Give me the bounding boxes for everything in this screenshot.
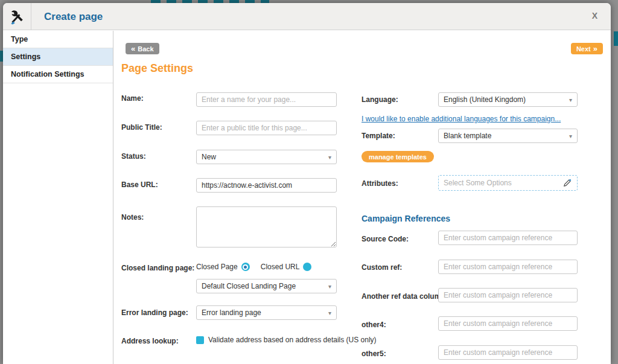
chevron-down-icon: ▾ (569, 97, 572, 103)
chevron-down-icon: ▾ (569, 133, 572, 139)
source-code-label: Source Code: (362, 235, 409, 243)
address-lookup-checkbox-label: Validate address based on address detail… (208, 336, 377, 344)
base-url-label: Base URL: (121, 180, 158, 189)
status-label: Status: (121, 152, 146, 161)
campaign-references-heading: Campaign References (362, 214, 450, 223)
address-lookup-checkbox[interactable] (196, 336, 204, 344)
other4-label: other4: (362, 321, 386, 329)
chevron-down-icon: ▾ (328, 310, 331, 316)
custom-ref-input[interactable] (438, 260, 578, 274)
sidebar-item-settings[interactable]: Settings (3, 48, 113, 66)
source-code-input[interactable] (438, 231, 578, 245)
chevrons-right-icon: » (593, 45, 597, 53)
language-select-value: English (United Kingdom) (444, 95, 526, 104)
template-label: Template: (362, 132, 395, 140)
other4-input[interactable] (438, 316, 578, 331)
sidebar: Type Settings Notification Settings (3, 31, 113, 364)
closed-landing-page-label: Closed landing page: (121, 264, 194, 272)
template-select-value: Blank template (444, 132, 491, 140)
name-input[interactable] (196, 92, 337, 107)
closed-page-option-label: Closed Page (196, 263, 238, 271)
name-label: Name: (121, 94, 144, 103)
closed-url-option-label: Closed URL (261, 263, 300, 271)
status-select-value: New (202, 153, 216, 161)
back-button[interactable]: « Back (126, 43, 159, 54)
error-landing-page-select[interactable]: Error landing page ▾ (196, 305, 337, 320)
create-page-dialog: Create page X Type Settings Notification… (3, 3, 611, 364)
other5-input[interactable] (438, 345, 578, 360)
custom-ref-label: Custom ref: (362, 263, 402, 272)
error-landing-page-select-value: Error landing page (202, 308, 261, 317)
pencil-icon[interactable] (562, 178, 572, 190)
sidebar-item-notification-settings[interactable]: Notification Settings (3, 66, 113, 83)
additional-languages-link[interactable]: I would like to enable additional langua… (362, 115, 561, 123)
dialog-header: Create page X (3, 3, 611, 30)
another-ref-data-column-input[interactable] (438, 288, 578, 302)
next-button[interactable]: Next » (571, 43, 603, 54)
attributes-multiselect[interactable]: Select Some Options (438, 175, 578, 191)
manage-templates-button[interactable]: manage templates (362, 151, 434, 162)
error-landing-page-label: Error landing page: (121, 308, 188, 317)
attributes-label: Attributes: (362, 179, 398, 188)
tools-icon (3, 3, 31, 30)
public-title-input[interactable] (196, 121, 337, 135)
address-lookup-label: Address lookup: (121, 337, 179, 345)
notes-label: Notes: (121, 213, 144, 222)
address-lookup-row: Validate address based on address detail… (196, 336, 377, 344)
base-url-input[interactable] (196, 178, 337, 193)
next-button-label: Next (576, 45, 591, 53)
another-ref-data-column-label: Another ref data column: (362, 292, 448, 301)
template-select[interactable]: Blank template ▾ (438, 129, 578, 143)
language-select[interactable]: English (United Kingdom) ▾ (438, 92, 578, 107)
closed-page-radio[interactable] (241, 263, 250, 271)
sidebar-item-type[interactable]: Type (3, 31, 113, 48)
other5-label: other5: (362, 350, 386, 358)
back-button-label: Back (138, 45, 153, 53)
public-title-label: Public Title: (121, 123, 162, 132)
dialog-title: Create page (44, 11, 103, 23)
background-page-fragment-right (614, 31, 618, 46)
status-select[interactable]: New ▾ (196, 150, 337, 164)
page-title: Page Settings (121, 62, 193, 75)
close-icon[interactable]: X (592, 11, 597, 21)
closed-url-radio[interactable] (303, 263, 311, 271)
closed-landing-page-select[interactable]: Default Closed Landing Page ▾ (196, 279, 337, 293)
chevron-down-icon: ▾ (328, 154, 331, 161)
notes-textarea[interactable] (196, 206, 337, 247)
attributes-placeholder: Select Some Options (444, 179, 512, 187)
chevrons-left-icon: « (131, 45, 135, 53)
chevron-down-icon: ▾ (328, 283, 331, 290)
settings-panel: « Back Next » Page Settings Name: Public… (114, 31, 611, 364)
closed-landing-page-radios: Closed Page Closed URL (196, 263, 311, 271)
closed-landing-page-select-value: Default Closed Landing Page (202, 282, 296, 290)
language-label: Language: (362, 95, 398, 104)
